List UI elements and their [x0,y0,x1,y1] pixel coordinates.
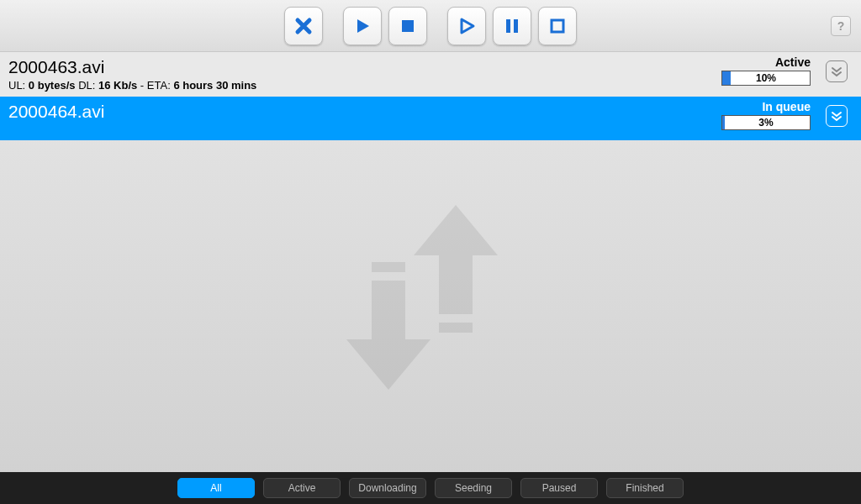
status-label: Active [775,55,811,69]
stop-button[interactable] [388,7,427,45]
stop-all-button[interactable] [538,7,577,45]
svg-rect-3 [552,20,563,32]
progress-text: 3% [758,117,773,129]
filter-downloading[interactable]: Downloading [349,478,426,498]
stop-icon [399,17,417,35]
play-all-button[interactable] [447,7,486,45]
help-button[interactable]: ? [831,16,851,36]
filter-active[interactable]: Active [263,478,341,498]
pause-icon [503,17,521,35]
play-outline-icon [457,17,476,35]
svg-rect-4 [439,323,473,333]
progress-text: 10% [756,72,776,84]
stop-outline-icon [548,17,567,35]
status-label: In queue [762,100,811,113]
toolbar: ? [0,0,861,52]
filter-bar: All Active Downloading Seeding Paused Fi… [0,472,861,504]
filter-paused[interactable]: Paused [520,478,598,498]
filter-finished[interactable]: Finished [606,478,684,498]
chevron-double-down-icon [831,66,843,77]
expand-button[interactable] [826,105,848,127]
chevron-double-down-icon [831,110,843,122]
cancel-button[interactable] [284,7,323,45]
torrent-row[interactable]: 2000463.avi UL: 0 bytes/s DL: 16 Kb/s - … [0,52,861,97]
play-button[interactable] [343,7,382,45]
transfer-arrows-icon [346,205,515,390]
torrent-row[interactable]: 2000464.avi In queue 3% [0,97,861,140]
progress-bar: 10% [721,71,811,86]
progress-bar: 3% [721,115,811,130]
svg-rect-5 [372,262,405,272]
svg-rect-0 [402,20,414,32]
filter-all[interactable]: All [177,478,255,498]
torrent-list: 2000463.avi UL: 0 bytes/s DL: 16 Kb/s - … [0,52,861,140]
play-icon [353,17,372,35]
x-icon [294,17,313,35]
svg-rect-1 [506,19,510,33]
pause-all-button[interactable] [493,7,531,45]
expand-button[interactable] [826,60,848,82]
filter-seeding[interactable]: Seeding [435,478,512,498]
content-background [0,140,861,472]
svg-rect-2 [514,19,518,33]
